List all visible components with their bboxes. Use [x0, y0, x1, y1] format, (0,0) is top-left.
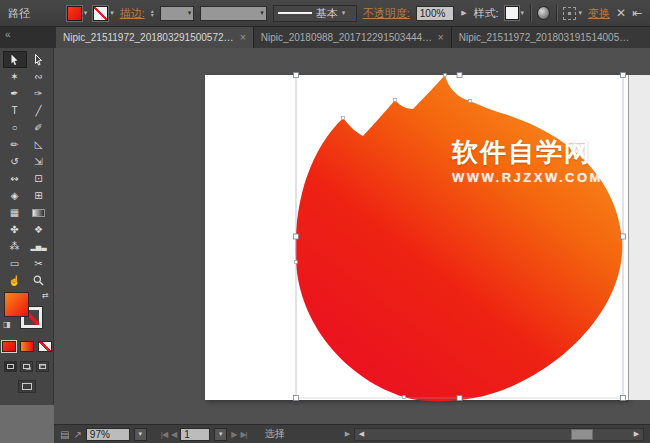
artboard-tool[interactable]: ▭: [3, 255, 27, 272]
free-transform-tool[interactable]: ⊡: [27, 170, 51, 187]
chevron-down-icon[interactable]: ▾: [188, 9, 192, 17]
align-icon[interactable]: [563, 7, 576, 20]
selection-tool[interactable]: [3, 51, 27, 68]
panel-grid-icon[interactable]: ▤: [60, 429, 69, 440]
lasso-tool[interactable]: ∾: [27, 68, 51, 85]
eraser-icon: ◺: [35, 140, 43, 150]
eyedropper-tool[interactable]: ✤: [3, 221, 27, 238]
draw-normal-button[interactable]: [4, 361, 17, 372]
magic-wand-tool[interactable]: ✶: [3, 68, 27, 85]
brush-name: 基本: [316, 6, 338, 21]
chevron-down-icon[interactable]: ▾: [110, 9, 114, 17]
pomegranate-shape[interactable]: [296, 75, 623, 401]
none-button[interactable]: [38, 341, 52, 352]
swap-fill-stroke-icon[interactable]: ⇄: [42, 291, 49, 300]
scroll-right-icon[interactable]: ▶: [630, 429, 643, 440]
column-graph-tool[interactable]: ▂▅▃: [27, 238, 51, 255]
last-artboard-button[interactable]: ▶|: [240, 430, 246, 439]
document-canvas[interactable]: 软件自学网 WWW.RJZXW.COM: [54, 48, 650, 424]
artboard-dropdown-button[interactable]: ▾: [214, 428, 227, 441]
stroke-color-dropdown[interactable]: ▾: [93, 6, 114, 21]
default-swatches-icon[interactable]: ◨: [3, 320, 11, 329]
illustrator-window: 路径 ▾ ▾ 描边: ▴ ▾ ▾ ▾ 基本 ▾ 不透明度: 100% ▶ 样式:: [0, 0, 650, 443]
shape-builder-tool[interactable]: ◈: [3, 187, 27, 204]
chevron-down-icon[interactable]: ▾: [342, 9, 346, 17]
collapse-panel-icon[interactable]: «: [5, 29, 11, 40]
scrollbar-thumb[interactable]: [571, 429, 593, 440]
stroke-weight-select[interactable]: ▾: [160, 6, 194, 21]
slice-tool[interactable]: ✂: [27, 255, 51, 272]
chevron-down-icon[interactable]: ▾: [260, 9, 264, 17]
opacity-input[interactable]: 100%: [416, 6, 454, 21]
paint-type-buttons: [0, 341, 53, 352]
fill-color-swatch[interactable]: [67, 6, 82, 21]
horizontal-scrollbar[interactable]: ◀ ▶: [354, 428, 644, 441]
hand-tool[interactable]: ☝: [3, 272, 27, 289]
blend-icon: ❖: [34, 225, 43, 235]
pen-tool[interactable]: ✒: [3, 85, 27, 102]
draw-inside-icon: [39, 364, 46, 369]
recolor-artwork-icon[interactable]: [537, 6, 550, 20]
fill-stroke-indicator: ◨ ⇄: [0, 293, 54, 335]
style-swatch[interactable]: [505, 6, 519, 20]
fill-indicator-swatch[interactable]: [5, 293, 28, 316]
color-button[interactable]: [2, 341, 16, 352]
brush-definition-select[interactable]: 基本 ▾: [273, 5, 357, 22]
direct-selection-tool[interactable]: [27, 51, 51, 68]
first-artboard-button[interactable]: |◀: [161, 430, 167, 439]
stroke-none-swatch[interactable]: [93, 6, 108, 21]
width-tool[interactable]: ↭: [3, 170, 27, 187]
draw-inside-button[interactable]: [36, 361, 49, 372]
next-artboard-button[interactable]: ▶: [231, 430, 236, 439]
shape-builder-icon: ◈: [11, 191, 19, 201]
previous-artboard-button[interactable]: ◀: [171, 430, 176, 439]
free-transform-icon[interactable]: ✕: [616, 6, 626, 20]
brush-stroke-preview: [278, 12, 312, 14]
ellipse-tool[interactable]: ○: [3, 119, 27, 136]
mesh-tool[interactable]: ▦: [3, 204, 27, 221]
blend-tool[interactable]: ❖: [27, 221, 51, 238]
draw-behind-button[interactable]: [20, 361, 33, 372]
gradient-tool[interactable]: [27, 204, 51, 221]
status-menu-icon[interactable]: ▶: [345, 430, 350, 438]
screen-mode-button[interactable]: [18, 380, 36, 393]
eraser-tool[interactable]: ◺: [27, 136, 51, 153]
close-icon[interactable]: ×: [240, 32, 246, 43]
document-tab-3[interactable]: Nipic_21511972_20180319151400518000.ai*: [452, 27, 650, 48]
variable-width-profile-select[interactable]: ▾: [200, 6, 267, 21]
rotate-tool[interactable]: ↺: [3, 153, 27, 170]
stroke-panel-link[interactable]: 描边:: [120, 6, 145, 21]
zoom-level-select[interactable]: 97%: [86, 428, 130, 441]
document-tab-2[interactable]: Nipic_20180988_20171229150344445000.ai* …: [254, 27, 452, 48]
curvature-tool[interactable]: ✑: [27, 85, 51, 102]
artboard-number-input[interactable]: 1: [180, 428, 210, 441]
align-options[interactable]: ▾: [563, 7, 582, 20]
gradient-button[interactable]: [20, 341, 34, 352]
transform-panel-link[interactable]: 变换: [588, 6, 610, 21]
selected-object-label: 路径: [8, 6, 30, 21]
line-segment-tool[interactable]: ╱: [27, 102, 51, 119]
stepper-down-icon[interactable]: ▾: [151, 13, 154, 17]
stroke-weight-stepper[interactable]: ▴ ▾: [151, 9, 154, 17]
scale-tool[interactable]: ⇲: [27, 153, 51, 170]
chevron-down-icon[interactable]: ▾: [521, 9, 525, 17]
type-tool[interactable]: T: [3, 102, 27, 119]
paintbrush-tool[interactable]: ✐: [27, 119, 51, 136]
document-tab-1[interactable]: Nipic_21511972_20180329150057236000.ai* …: [56, 27, 254, 48]
direct-selection-arrow-icon: [33, 54, 44, 66]
perspective-grid-tool[interactable]: ⊞: [27, 187, 51, 204]
symbol-sprayer-tool[interactable]: ⁂: [3, 238, 27, 255]
opacity-panel-link[interactable]: 不透明度:: [363, 6, 410, 21]
export-icon[interactable]: ↗: [73, 429, 81, 440]
scroll-left-icon[interactable]: ◀: [355, 429, 368, 440]
opacity-spinner-icon[interactable]: ▶: [460, 9, 467, 17]
chevron-down-icon[interactable]: ▾: [578, 9, 582, 17]
dock-panel-icon[interactable]: ⇤: [632, 6, 642, 20]
close-icon[interactable]: ×: [438, 32, 444, 43]
fill-color-dropdown[interactable]: ▾: [67, 6, 88, 21]
zoom-tool[interactable]: [27, 272, 51, 289]
chevron-down-icon[interactable]: ▾: [84, 9, 88, 17]
pencil-tool[interactable]: ✏: [3, 136, 27, 153]
zoom-dropdown-button[interactable]: ▾: [134, 428, 147, 441]
style-dropdown[interactable]: ▾: [505, 6, 525, 20]
